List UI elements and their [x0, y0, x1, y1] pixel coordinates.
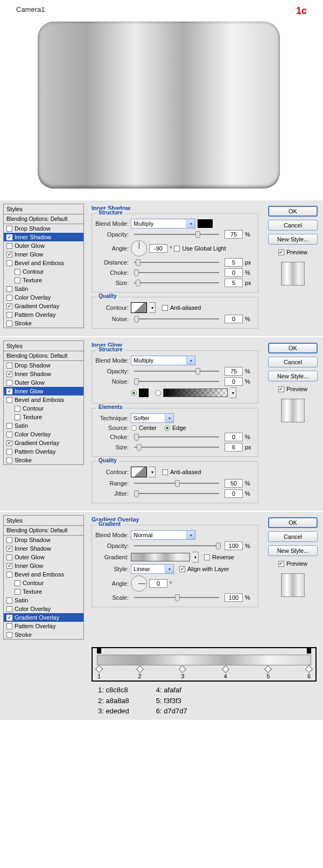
preview-checkbox[interactable]	[278, 561, 284, 567]
opacity-stop[interactable]	[307, 648, 311, 654]
noise-value[interactable]: 0	[224, 315, 243, 323]
ok-button[interactable]: OK	[268, 206, 318, 217]
opacity-value[interactable]: 100	[224, 541, 243, 550]
style-item-texture[interactable]: Texture	[4, 413, 83, 421]
style-item-texture[interactable]: Texture	[4, 587, 83, 596]
style-item-bevel[interactable]: Bevel and Emboss	[4, 570, 83, 579]
glow-gradient-radio[interactable]	[155, 390, 161, 396]
styles-header[interactable]: Styles	[3, 204, 84, 214]
style-item-stroke[interactable]: Stroke	[4, 319, 83, 328]
checkbox[interactable]	[6, 363, 12, 369]
angle-value[interactable]: 0	[149, 579, 167, 588]
blend-mode-dropdown[interactable]: Normal▾	[131, 530, 195, 540]
style-item-drop-shadow[interactable]: Drop Shadow	[4, 361, 83, 370]
opacity-slider[interactable]	[134, 371, 219, 372]
style-item-pattern-overlay[interactable]: Pattern Overlay	[4, 447, 83, 456]
blending-options[interactable]: Blending Options: Default	[3, 214, 84, 224]
choke-slider[interactable]	[134, 272, 219, 273]
distance-value[interactable]: 5	[224, 258, 243, 267]
style-item-inner-shadow[interactable]: Inner Shadow	[4, 233, 83, 241]
jitter-slider[interactable]	[134, 493, 219, 494]
blend-mode-dropdown[interactable]: Multiply▾	[131, 356, 195, 365]
style-item-contour[interactable]: Contour	[4, 579, 83, 587]
chevron-down-icon[interactable]: ▾	[149, 302, 156, 313]
style-item-gradient-overlay[interactable]: Gradient Overlay	[4, 613, 83, 622]
checkbox[interactable]	[6, 397, 12, 403]
color-stop[interactable]	[136, 665, 144, 673]
preview-checkbox[interactable]	[278, 249, 284, 255]
checkbox[interactable]	[6, 380, 12, 386]
checkbox[interactable]	[6, 537, 12, 543]
ok-button[interactable]: OK	[268, 343, 318, 353]
blend-mode-dropdown[interactable]: Multiply▾	[131, 219, 195, 228]
checkbox[interactable]	[15, 414, 20, 420]
checkbox[interactable]	[6, 623, 12, 629]
opacity-stop[interactable]	[97, 648, 101, 654]
style-item-satin[interactable]: Satin	[4, 596, 83, 605]
noise-slider[interactable]	[134, 381, 219, 382]
checkbox[interactable]	[6, 423, 12, 429]
styles-header[interactable]: Styles	[3, 341, 84, 351]
checkbox[interactable]	[6, 252, 12, 258]
distance-slider[interactable]	[134, 262, 219, 263]
opacity-value[interactable]: 75	[224, 367, 243, 376]
style-item-drop-shadow[interactable]: Drop Shadow	[4, 536, 83, 544]
checkbox[interactable]	[6, 312, 12, 318]
checkbox[interactable]	[6, 440, 12, 446]
checkbox[interactable]	[6, 606, 12, 612]
scale-value[interactable]: 100	[224, 593, 243, 602]
opacity-slider[interactable]	[134, 545, 219, 546]
checkbox[interactable]	[6, 243, 12, 249]
checkbox[interactable]	[6, 554, 12, 560]
checkbox[interactable]	[6, 457, 12, 463]
style-item-inner-glow[interactable]: Inner Glow	[4, 387, 83, 395]
style-item-gradient-overlay[interactable]: Gradient Overlay	[4, 302, 83, 310]
checkbox[interactable]	[6, 572, 12, 578]
style-item-satin[interactable]: Satin	[4, 284, 83, 293]
style-item-stroke[interactable]: Stroke	[4, 456, 83, 464]
reverse-checkbox[interactable]	[204, 554, 210, 560]
choke-slider[interactable]	[134, 436, 219, 438]
checkbox[interactable]	[6, 388, 12, 394]
technique-dropdown[interactable]: Softer▾	[131, 413, 174, 423]
ok-button[interactable]: OK	[268, 517, 318, 528]
noise-slider[interactable]	[134, 318, 219, 320]
glow-color-swatch[interactable]	[139, 388, 149, 397]
checkbox[interactable]	[6, 449, 12, 455]
anti-aliased-checkbox[interactable]	[162, 469, 168, 475]
style-item-pattern-overlay[interactable]: Pattern Overlay	[4, 622, 83, 630]
preview-checkbox[interactable]	[278, 386, 284, 392]
gradient-style-dropdown[interactable]: Linear▾	[131, 564, 174, 574]
chevron-down-icon[interactable]: ▾	[192, 552, 199, 563]
glow-gradient-picker[interactable]	[163, 388, 228, 397]
scale-slider[interactable]	[134, 597, 219, 598]
style-item-color-overlay[interactable]: Color Overlay	[4, 605, 83, 613]
checkbox[interactable]	[15, 589, 20, 595]
style-item-outer-glow[interactable]: Outer Glow	[4, 241, 83, 250]
style-item-texture[interactable]: Texture	[4, 276, 83, 284]
gradient-picker[interactable]	[131, 553, 190, 561]
style-item-inner-glow[interactable]: Inner Glow	[4, 250, 83, 259]
style-item-stroke[interactable]: Stroke	[4, 630, 83, 639]
checkbox[interactable]	[6, 371, 12, 377]
size-slider[interactable]	[134, 282, 219, 283]
style-item-gradient-overlay[interactable]: Gradient Overlay	[4, 439, 83, 447]
color-stop[interactable]	[179, 665, 186, 673]
anti-aliased-checkbox[interactable]	[162, 305, 168, 311]
checkbox[interactable]	[6, 598, 12, 603]
style-item-inner-shadow[interactable]: Inner Shadow	[4, 370, 83, 378]
opacity-value[interactable]: 75	[224, 230, 243, 239]
source-center-radio[interactable]	[131, 425, 137, 431]
style-item-outer-glow[interactable]: Outer Glow	[4, 378, 83, 387]
align-layer-checkbox[interactable]	[179, 566, 185, 572]
chevron-down-icon[interactable]: ▾	[230, 387, 236, 398]
opacity-slider[interactable]	[134, 234, 219, 235]
checkbox[interactable]	[15, 580, 20, 586]
color-stop[interactable]	[222, 665, 229, 673]
size-slider[interactable]	[134, 447, 219, 448]
style-item-inner-shadow[interactable]: Inner Shadow	[4, 544, 83, 553]
noise-value[interactable]: 0	[224, 377, 243, 386]
cancel-button[interactable]: Cancel	[268, 220, 318, 231]
angle-wheel[interactable]	[131, 575, 147, 592]
range-slider[interactable]	[134, 483, 219, 484]
